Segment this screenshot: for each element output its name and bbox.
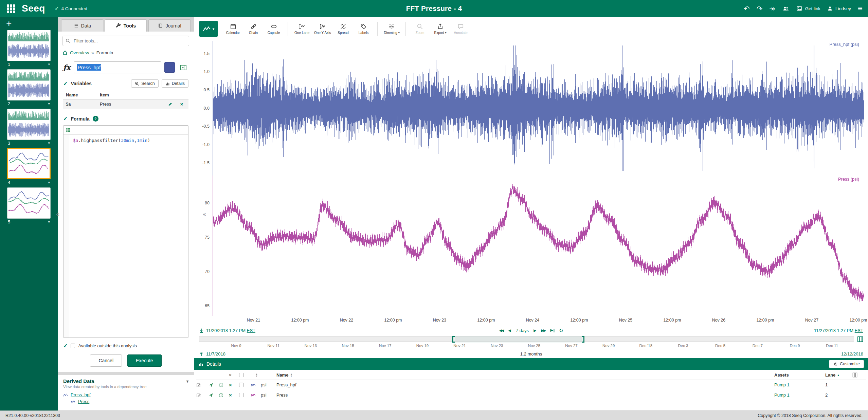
press-hpf-series-plot[interactable] xyxy=(213,41,864,176)
edit-properties-icon[interactable] xyxy=(196,393,209,398)
navigate-icon[interactable] xyxy=(209,383,219,387)
remove-item-icon[interactable]: × xyxy=(229,392,239,398)
split-panes-icon[interactable] xyxy=(178,62,188,73)
add-column-icon[interactable] xyxy=(852,372,866,378)
derived-item-link[interactable]: Press xyxy=(78,399,89,404)
help-icon[interactable]: ? xyxy=(93,116,98,122)
name-header[interactable]: Name▲▼ xyxy=(276,372,774,378)
available-checkbox[interactable] xyxy=(71,344,75,348)
info-icon[interactable] xyxy=(219,393,229,398)
tab-data[interactable]: Data xyxy=(61,19,103,32)
step-forward-fast-icon[interactable]: ▶▶ xyxy=(541,329,546,332)
worksheet-thumbnail-active[interactable] xyxy=(7,148,51,179)
timeline-track[interactable] xyxy=(199,336,854,342)
trend-view-button[interactable]: ▾ xyxy=(199,21,218,37)
select-all-checkbox[interactable] xyxy=(239,373,243,377)
play-icon[interactable]: ▶ xyxy=(534,329,536,332)
row-checkbox[interactable] xyxy=(239,383,243,387)
chevron-down-icon[interactable]: ▾ xyxy=(48,62,50,67)
sort-icon[interactable]: ▲▼ xyxy=(252,373,261,377)
edit-properties-icon[interactable] xyxy=(196,383,209,387)
duration-button[interactable]: 7 days xyxy=(516,328,529,333)
derived-item-link[interactable]: Press_hpf xyxy=(71,392,91,397)
connection-status[interactable]: ✓ 4 Connected xyxy=(55,5,87,12)
remove-all-icon[interactable]: × xyxy=(229,372,239,378)
tool-capsule[interactable]: Capsule xyxy=(264,22,283,36)
chevron-down-icon[interactable]: ▾ xyxy=(48,141,50,145)
row-checkbox[interactable] xyxy=(239,393,243,397)
press-series-plot[interactable] xyxy=(213,176,864,316)
chevron-down-icon[interactable]: ▾ xyxy=(48,180,50,185)
assets-header[interactable]: Assets xyxy=(774,372,825,378)
tool-labels[interactable]: Labels xyxy=(354,22,373,36)
navigate-icon[interactable] xyxy=(209,393,219,398)
collapse-panel-icon[interactable]: « xyxy=(203,211,206,217)
remove-variable-icon[interactable]: × xyxy=(178,102,186,107)
chevron-down-icon[interactable]: ▾ xyxy=(186,379,188,384)
home-icon[interactable] xyxy=(62,50,68,55)
lane-header[interactable]: Lane▲ xyxy=(825,372,852,378)
item-name[interactable]: Press xyxy=(276,392,774,398)
tool-calendar[interactable]: Calendar xyxy=(223,22,242,36)
x-axis[interactable]: Nov 2112:00 pmNov 2212:00 pmNov 2312:00 … xyxy=(213,316,864,325)
tool-chain[interactable]: Chain xyxy=(244,22,263,36)
tool-dimming[interactable]: Dimming▾ xyxy=(382,22,401,36)
get-link-button[interactable]: Get link xyxy=(796,6,820,11)
refresh-icon[interactable]: ↻ xyxy=(559,328,563,333)
selection-right-handle[interactable] xyxy=(582,336,584,343)
remove-item-icon[interactable]: × xyxy=(229,382,239,387)
timeline-selection[interactable] xyxy=(453,336,584,343)
add-worksheet-button[interactable]: + xyxy=(5,18,13,29)
color-swatch-button[interactable] xyxy=(164,62,175,73)
filter-tools-input[interactable] xyxy=(62,36,189,46)
item-name[interactable]: Press_hpf xyxy=(276,382,774,387)
y-axis-press-hpf[interactable]: 1.51.00.50.0-0.5-1.0-1.5 xyxy=(194,41,213,176)
users-icon[interactable] xyxy=(782,6,790,12)
step-back-icon[interactable]: ◀ xyxy=(508,329,511,332)
variables-search-button[interactable]: Search xyxy=(131,79,159,88)
redo-all-icon[interactable]: ↠ xyxy=(769,5,775,12)
worksheet-thumbnail[interactable] xyxy=(7,109,51,140)
apps-grid-icon[interactable] xyxy=(5,3,16,14)
info-icon[interactable] xyxy=(219,383,229,387)
tool-one-lane[interactable]: One Lane xyxy=(292,22,311,36)
formula-name-input[interactable]: Press_hpf xyxy=(74,61,161,73)
overview-start-date[interactable]: 11/7/2018 xyxy=(206,351,225,357)
selection-left-handle[interactable] xyxy=(452,336,455,343)
range-end[interactable]: 11/27/2018 1:27 PM EST xyxy=(814,328,863,333)
undo-icon[interactable]: ↶ xyxy=(744,5,750,12)
lane-number[interactable]: 2 xyxy=(825,392,852,398)
tool-spread[interactable]: Spread xyxy=(333,22,352,36)
execute-button[interactable]: Execute xyxy=(127,354,162,367)
timeline-options-icon[interactable] xyxy=(857,336,863,342)
lane-number[interactable]: 1 xyxy=(825,382,852,387)
edit-variable-icon[interactable] xyxy=(168,102,178,106)
redo-icon[interactable]: ↷ xyxy=(757,5,763,12)
variables-details-button[interactable]: Details xyxy=(162,79,188,88)
worksheet-thumbnail[interactable] xyxy=(7,69,51,101)
customize-button[interactable]: Customize xyxy=(829,360,864,368)
worksheet-thumbnail[interactable] xyxy=(7,30,51,61)
overview-duration[interactable]: 1.2 months xyxy=(520,351,542,357)
cancel-button[interactable]: Cancel xyxy=(90,354,122,367)
hamburger-menu-icon[interactable]: ≡ xyxy=(858,4,863,13)
collapse-worksheets-icon[interactable]: « xyxy=(56,211,59,217)
insert-table-icon[interactable] xyxy=(66,128,71,132)
chevron-down-icon[interactable]: ▾ xyxy=(48,102,50,106)
user-menu-button[interactable]: Lindsey xyxy=(827,6,851,11)
tab-tools[interactable]: Tools xyxy=(105,19,147,32)
asset-link[interactable]: Pump 1 xyxy=(774,392,790,398)
breadcrumb-overview-link[interactable]: Overview xyxy=(70,50,89,55)
step-back-fast-icon[interactable]: ◀◀ xyxy=(499,329,503,332)
y-axis-press[interactable]: 80757065 xyxy=(194,176,213,316)
asset-link[interactable]: Pump 1 xyxy=(774,382,790,387)
worksheet-thumbnail[interactable] xyxy=(7,187,51,219)
tool-export[interactable]: Export▾ xyxy=(431,22,450,36)
step-to-end-icon[interactable]: ▶ xyxy=(550,328,554,332)
tab-journal[interactable]: Journal xyxy=(148,19,191,32)
formula-code[interactable]: $a.highpassfilter(30min,1min) xyxy=(69,135,154,337)
chevron-down-icon[interactable]: ▾ xyxy=(48,220,50,224)
overview-end-date[interactable]: 12/12/2018 xyxy=(841,351,863,357)
range-start[interactable]: 11/20/2018 1:27 PM EST xyxy=(206,328,255,333)
tool-one-y-axis[interactable]: One Y-Axis xyxy=(313,22,332,36)
